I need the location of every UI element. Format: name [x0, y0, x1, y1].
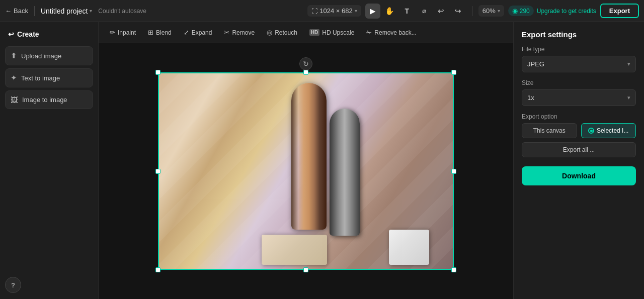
- project-name-button[interactable]: Untitled project ▾: [41, 7, 92, 15]
- handle-bot-left[interactable]: [155, 267, 160, 272]
- canvas-area: ✏ Inpaint ⊞ Blend ⤢ Expand ✂ Remove ◎ Re…: [99, 22, 513, 299]
- size-value: 1x: [527, 94, 534, 102]
- left-sidebar: ↩ Create ⬆ Upload image ✦ Text to image …: [0, 22, 99, 299]
- selected-radio-icon: [588, 128, 594, 134]
- zoom-chevron-icon: ▾: [498, 8, 500, 14]
- handle-bot-right[interactable]: [451, 267, 456, 272]
- cosmetics-box-right: [389, 230, 429, 265]
- radio-dot-inner: [590, 130, 593, 132]
- sidebar-bottom: ?: [5, 277, 93, 293]
- sidebar-item-text-to-image[interactable]: ✦ Text to image: [5, 68, 93, 87]
- refresh-container: ↻: [299, 57, 312, 70]
- redo-button[interactable]: ↪: [451, 4, 466, 19]
- inpaint-button[interactable]: ✏ Inpaint: [105, 26, 141, 39]
- remove-back-button[interactable]: ✁ Remove back...: [361, 26, 421, 39]
- expand-icon: ⤢: [184, 29, 189, 36]
- handle-top-right[interactable]: [451, 70, 456, 75]
- canvas-toolbar: ✏ Inpaint ⊞ Blend ⤢ Expand ✂ Remove ◎ Re…: [99, 22, 513, 43]
- credits-badge: ◉ 290: [508, 6, 534, 16]
- dims-chevron-icon: ▾: [355, 8, 357, 14]
- undo-button[interactable]: ↩: [434, 4, 449, 19]
- blend-button[interactable]: ⊞ Blend: [143, 26, 177, 39]
- handle-bot-mid[interactable]: [303, 267, 308, 272]
- credits-area: ◉ 290 Upgrade to get credits: [508, 6, 596, 16]
- credits-count: 290: [520, 8, 530, 15]
- file-type-label: File type: [522, 46, 636, 53]
- file-type-section: File type JPEG ▾: [522, 46, 636, 72]
- export-option-label: Export option: [522, 113, 636, 120]
- selected-layer-button[interactable]: Selected I...: [581, 123, 636, 138]
- project-chevron-icon: ▾: [90, 8, 92, 14]
- this-canvas-button[interactable]: This canvas: [522, 123, 577, 138]
- retouch-button[interactable]: ◎ Retouch: [262, 26, 302, 39]
- cosmetics-visual: [159, 73, 453, 269]
- dimensions-selector[interactable]: ⛶ 1024 × 682 ▾: [307, 5, 361, 17]
- image-selection-container[interactable]: ↻: [158, 72, 454, 270]
- create-arrow-icon: ↩: [8, 30, 14, 38]
- export-all-button[interactable]: Export all ...: [522, 142, 636, 157]
- image-to-image-icon: 🖼: [11, 95, 18, 104]
- zoom-value: 60%: [482, 7, 496, 15]
- inpaint-icon: ✏: [110, 29, 115, 36]
- remove-back-icon: ✁: [366, 29, 372, 36]
- zoom-selector[interactable]: 60% ▾: [478, 5, 504, 17]
- sidebar-item-label-upload: Upload image: [21, 52, 61, 60]
- help-button[interactable]: ?: [5, 277, 21, 293]
- credits-icon: ◉: [512, 7, 518, 15]
- handle-mid-right[interactable]: [451, 169, 456, 174]
- resize-icon: ⛶: [311, 8, 317, 15]
- sidebar-header-label: Create: [17, 30, 39, 38]
- tool-group: ▶ ✋ T ⌀ ↩ ↪: [365, 4, 466, 19]
- file-type-value: JPEG: [527, 60, 544, 68]
- link-tool-button[interactable]: ⌀: [417, 4, 432, 19]
- autosave-status: Couldn't autosave: [98, 8, 146, 15]
- upgrade-link[interactable]: Upgrade to get credits: [537, 8, 596, 15]
- export-panel: Export settings File type JPEG ▾ Size 1x…: [513, 22, 644, 299]
- back-icon: ←: [5, 7, 12, 15]
- refresh-button[interactable]: ↻: [299, 57, 312, 70]
- back-button[interactable]: ← Back: [5, 7, 28, 15]
- project-name-label: Untitled project: [41, 7, 88, 15]
- download-button[interactable]: Download: [522, 166, 636, 185]
- size-label: Size: [522, 79, 636, 86]
- select-tool-button[interactable]: ▶: [365, 4, 380, 19]
- export-option-section: Export option This canvas Selected I... …: [522, 113, 636, 157]
- blend-icon: ⊞: [148, 29, 153, 36]
- hd-upscale-button[interactable]: HD HD Upscale: [304, 27, 359, 39]
- sidebar-header: ↩ Create: [5, 28, 93, 40]
- size-chevron-icon: ▾: [627, 94, 630, 101]
- text-tool-button[interactable]: T: [399, 4, 415, 19]
- cosmetics-main-product: [291, 83, 327, 230]
- file-type-select[interactable]: JPEG ▾: [522, 56, 636, 72]
- sidebar-item-label-text-to-image: Text to image: [21, 74, 60, 82]
- export-panel-title: Export settings: [522, 30, 636, 39]
- file-type-chevron-icon: ▾: [627, 61, 630, 67]
- export-button[interactable]: Export: [600, 4, 639, 18]
- handle-top-mid[interactable]: [303, 70, 308, 75]
- retouch-icon: ◎: [267, 29, 272, 36]
- remove-button[interactable]: ✂ Remove: [219, 26, 260, 39]
- cosmetics-box-left: [262, 235, 327, 265]
- text-to-image-icon: ✦: [11, 73, 17, 82]
- canvas-image: [158, 72, 454, 270]
- cosmetics-second-product: [330, 109, 360, 236]
- expand-button[interactable]: ⤢ Expand: [179, 26, 217, 39]
- size-select[interactable]: 1x ▾: [522, 89, 636, 106]
- main-content: ↩ Create ⬆ Upload image ✦ Text to image …: [0, 22, 644, 299]
- handle-mid-left[interactable]: [155, 169, 160, 174]
- sidebar-item-upload[interactable]: ⬆ Upload image: [5, 46, 93, 65]
- remove-icon: ✂: [224, 29, 229, 36]
- export-option-row: This canvas Selected I...: [522, 123, 636, 138]
- topbar: ← Back Untitled project ▾ Couldn't autos…: [0, 0, 644, 22]
- size-section: Size 1x ▾: [522, 79, 636, 106]
- hd-upscale-icon: HD: [309, 29, 319, 36]
- hand-tool-button[interactable]: ✋: [382, 4, 397, 19]
- upload-icon: ⬆: [11, 51, 17, 60]
- sidebar-item-image-to-image[interactable]: 🖼 Image to image: [5, 90, 93, 109]
- back-label: Back: [14, 7, 28, 15]
- sidebar-item-label-image-to-image: Image to image: [22, 96, 67, 104]
- handle-top-left[interactable]: [155, 70, 160, 75]
- dimensions-value: 1024 × 682: [319, 7, 352, 15]
- export-all-container: Export all ...: [522, 142, 636, 157]
- canvas-wrapper[interactable]: ↻: [99, 43, 513, 299]
